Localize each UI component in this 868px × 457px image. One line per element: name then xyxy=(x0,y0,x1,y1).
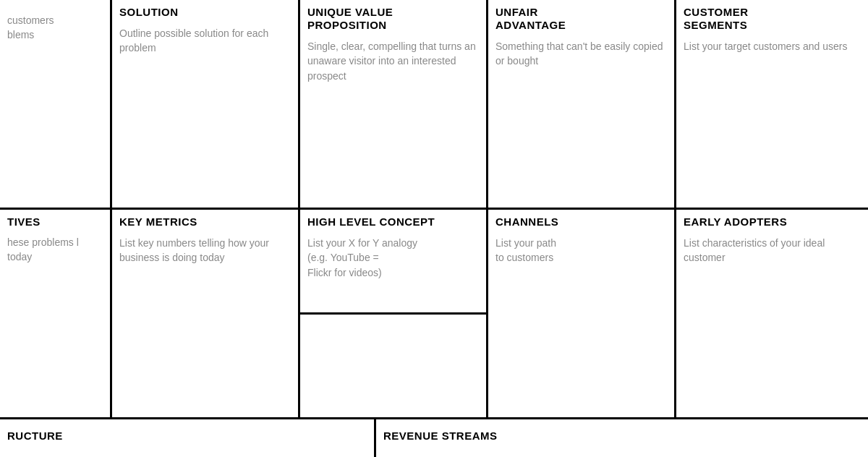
channels-title: CHANNELS xyxy=(495,215,667,228)
unfair-advantage-title: UNFAIR ADVANTAGE xyxy=(495,6,667,32)
col-problems-top-text: customers blems xyxy=(7,13,103,43)
revenue-streams-title: REVENUE STREAMS xyxy=(383,430,861,442)
unfair-advantage-body: Something that can't be easily copied or… xyxy=(495,39,667,69)
early-adopters-title: EARLY ADOPTERS xyxy=(684,215,861,228)
early-adopters-cell: EARLY ADOPTERS List characteristics of y… xyxy=(676,210,868,417)
middle-split-col: HIGH LEVEL CONCEPT List your X for Y ana… xyxy=(300,210,488,417)
footer-section: RUCTURE REVENUE STREAMS xyxy=(0,419,868,457)
channels-body: List your path to customers xyxy=(495,236,667,265)
customer-segments-title: CUSTOMER SEGMENTS xyxy=(684,6,861,32)
cost-structure-title: RUCTURE xyxy=(7,430,367,442)
col-problems-bottom-body: hese problems l today xyxy=(7,235,103,265)
solution-title: SOLUTION xyxy=(119,6,291,19)
lean-canvas-grid: customers blems SOLUTION Outline possibl… xyxy=(0,0,868,457)
high-level-body: List your X for Y analogy (e.g. YouTube … xyxy=(307,236,479,280)
key-metrics-cell: KEY METRICS List key numbers telling how… xyxy=(112,210,300,417)
top-section: customers blems SOLUTION Outline possibl… xyxy=(0,0,868,210)
col-problems-bottom: TIVES hese problems l today xyxy=(0,210,112,417)
empty-bottom-middle xyxy=(300,315,486,417)
channels-cell: CHANNELS List your path to customers xyxy=(488,210,676,417)
col-problems-bottom-title: TIVES xyxy=(7,215,103,228)
key-metrics-title: KEY METRICS xyxy=(119,215,291,228)
unfair-advantage-cell: UNFAIR ADVANTAGE Something that can't be… xyxy=(488,0,676,208)
customer-segments-body: List your target customers and users xyxy=(684,39,861,54)
cost-structure-footer: RUCTURE xyxy=(0,419,376,457)
key-metrics-body: List key numbers telling how your busine… xyxy=(119,236,291,265)
early-adopters-body: List characteristics of your ideal custo… xyxy=(684,236,861,265)
canvas: customers blems SOLUTION Outline possibl… xyxy=(0,0,868,457)
customer-segments-cell: CUSTOMER SEGMENTS List your target custo… xyxy=(676,0,868,208)
col-problems-top: customers blems xyxy=(0,0,112,208)
revenue-streams-footer: REVENUE STREAMS xyxy=(376,419,868,457)
uvp-title: UNIQUE VALUE PROPOSITION xyxy=(307,6,479,32)
solution-cell: SOLUTION Outline possible solution for e… xyxy=(112,0,300,208)
solution-body: Outline possible solution for each probl… xyxy=(119,26,291,56)
uvp-cell: UNIQUE VALUE PROPOSITION Single, clear, … xyxy=(300,0,488,208)
high-level-concept-cell: HIGH LEVEL CONCEPT List your X for Y ana… xyxy=(300,210,486,315)
uvp-body: Single, clear, compelling that turns an … xyxy=(307,39,479,83)
bottom-section: TIVES hese problems l today KEY METRICS … xyxy=(0,210,868,419)
high-level-title: HIGH LEVEL CONCEPT xyxy=(307,215,479,228)
